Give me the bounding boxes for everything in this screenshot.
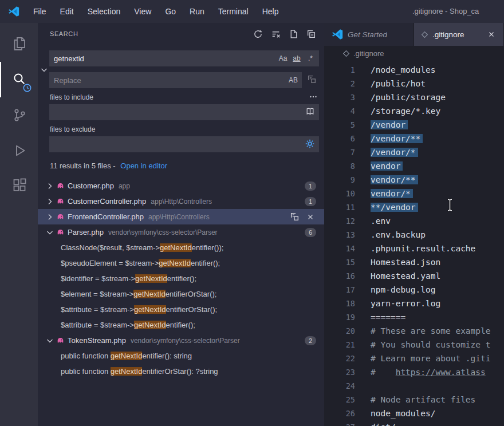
line-number: 13 [324, 228, 355, 242]
breadcrumb[interactable]: .gitignore [324, 46, 504, 61]
code-line[interactable]: 5/vendor [324, 118, 504, 132]
activity-item-run-debug[interactable] [0, 133, 38, 168]
code-line[interactable]: 12.env [324, 214, 504, 228]
line-number: 14 [324, 242, 355, 255]
line-text: .env [371, 214, 391, 228]
code-line[interactable]: 3/public/storage [324, 90, 504, 104]
code-line[interactable]: 25# Node artifact files [324, 393, 504, 407]
refresh-button[interactable] [251, 27, 264, 40]
search-result-file[interactable]: Customer.phpapp1 [38, 178, 324, 194]
toggle-search-details-button[interactable] [308, 92, 319, 102]
search-result-file[interactable]: Parser.phpvendor\symfony\css-selector\Pa… [38, 224, 324, 240]
search-match-row[interactable]: $attribute = $stream->getNextIdentifierO… [38, 302, 324, 317]
toggle-replace-button[interactable] [39, 50, 49, 152]
line-number: 21 [324, 338, 355, 352]
code-line[interactable]: 22# Learn more about .giti [324, 352, 504, 365]
search-match-row[interactable]: $element = $stream->getNextIdentifierOrS… [38, 286, 324, 302]
editor-content[interactable]: 1/node_modules2/public/hot3/public/stora… [324, 61, 504, 426]
extensions-icon [11, 178, 28, 195]
code-line[interactable]: 15Homestead.json [324, 255, 504, 269]
whole-word-toggle[interactable]: ab [290, 53, 303, 64]
search-match-row[interactable]: public function getNextIdentifier(): str… [38, 348, 324, 364]
results-summary: 11 results in 5 files - Open in editor [38, 152, 324, 175]
replace-all-in-file-button[interactable] [289, 211, 300, 223]
tab-gitignore[interactable]: .gitignore [414, 23, 504, 46]
use-exclude-settings-button[interactable] [303, 137, 317, 151]
code-line[interactable]: 18yarn-error.log [324, 297, 504, 310]
search-match-row[interactable]: $identifier = $stream->getNextIdentifier… [38, 271, 324, 286]
search-open-editors-button[interactable] [303, 105, 317, 119]
code-line[interactable]: 2/public/hot [324, 77, 504, 90]
collapse-all-button[interactable] [305, 27, 317, 40]
search-input[interactable] [54, 50, 275, 66]
search-options: Aaab.* [275, 53, 317, 64]
close-icon [306, 213, 314, 221]
code-line[interactable]: 1/node_modules [324, 63, 504, 77]
files-to-exclude-input[interactable] [54, 136, 303, 152]
code-line[interactable]: 7/vendor/* [324, 145, 504, 159]
activity-item-search[interactable] [0, 62, 38, 97]
menu-view[interactable]: View [127, 0, 158, 23]
clear-results-button[interactable] [269, 27, 282, 40]
activity-item-explorer[interactable] [0, 26, 38, 62]
result-file-name: FrontendController.php [68, 212, 144, 221]
tab-close-button[interactable] [486, 29, 497, 40]
preserve-case-toggle[interactable]: AB [287, 74, 300, 86]
plain-text: /node_modules [371, 65, 436, 74]
inline-link[interactable]: https://www.atlass [396, 368, 486, 377]
search-match-row[interactable]: ClassNode($result, $stream->getNextIdent… [38, 240, 324, 255]
code-line[interactable]: 14.phpunit.result.cache [324, 242, 504, 255]
activity-item-source-control[interactable] [0, 97, 38, 133]
plain-text: Homestead.yaml [371, 271, 440, 281]
search-result-file[interactable]: FrontendController.phpapp\Http\Controlle… [38, 209, 324, 224]
code-line[interactable]: 11**/vendor [324, 200, 504, 214]
menu-go[interactable]: Go [158, 0, 183, 23]
activity-item-extensions[interactable] [0, 168, 38, 204]
code-line[interactable]: 9vendor/** [324, 173, 504, 187]
result-file-path: app\Http\Controllers [148, 213, 210, 221]
code-line[interactable]: 26node_modules/ [324, 407, 504, 420]
open-in-editor-link[interactable]: Open in editor [120, 161, 167, 170]
code-line[interactable]: 24 [324, 379, 504, 393]
search-match-row[interactable]: $pseudoElement = $stream->getNextIdentif… [38, 255, 324, 271]
search-result-file[interactable]: CustomerController.phpapp\Http\Controlle… [38, 194, 324, 209]
menu-file[interactable]: File [26, 0, 53, 23]
search-match-row[interactable]: $attribute = $stream->getNextIdentifier(… [38, 317, 324, 333]
line-number: 15 [324, 255, 355, 269]
search-match-row[interactable]: public function getNextIdentifierOrStar(… [38, 364, 324, 379]
dismiss-result-button[interactable] [305, 211, 316, 223]
menu-edit[interactable]: Edit [53, 0, 81, 23]
line-text: /node_modules [371, 63, 436, 77]
new-search-editor-button[interactable] [287, 27, 300, 40]
code-line[interactable]: 6/vendor/** [324, 132, 504, 145]
code-line[interactable]: 21# You should customize t [324, 338, 504, 352]
files-to-include-input[interactable] [54, 104, 303, 120]
code-line[interactable]: 20# These are some example [324, 324, 504, 338]
code-line[interactable]: 23# https://www.atlass [324, 365, 504, 379]
menu-help[interactable]: Help [255, 0, 286, 23]
selected-text: /vendor [371, 120, 408, 129]
menu-selection[interactable]: Selection [81, 0, 128, 23]
tab-get-started[interactable]: Get Started [324, 23, 414, 46]
code-line[interactable]: 4/storage/*.key [324, 104, 504, 118]
replace-all-button[interactable] [304, 73, 319, 88]
replace-input[interactable] [54, 72, 286, 88]
replace-all-icon [307, 74, 317, 86]
close-icon [487, 30, 495, 38]
search-result-file[interactable]: TokenStream.phpvendor\symfony\css-select… [38, 333, 324, 348]
code-line[interactable]: 27dist/ [324, 420, 504, 426]
code-line[interactable]: 13.env.backup [324, 228, 504, 242]
code-line[interactable]: 19======= [324, 310, 504, 324]
match-case-toggle[interactable]: Aa [277, 53, 289, 64]
code-line[interactable]: 8vendor [324, 159, 504, 173]
line-number: 27 [324, 420, 355, 426]
menu-terminal[interactable]: Terminal [211, 0, 255, 23]
replace-input-box: AB [49, 72, 302, 88]
menu-run[interactable]: Run [183, 0, 211, 23]
match-highlight: getNextId [135, 274, 167, 283]
regex-toggle[interactable]: .* [304, 53, 317, 64]
result-file-name: Customer.php [68, 182, 114, 190]
code-line[interactable]: 10vendor/* [324, 187, 504, 200]
code-line[interactable]: 16Homestead.yaml [324, 269, 504, 283]
code-line[interactable]: 17npm-debug.log [324, 283, 504, 297]
